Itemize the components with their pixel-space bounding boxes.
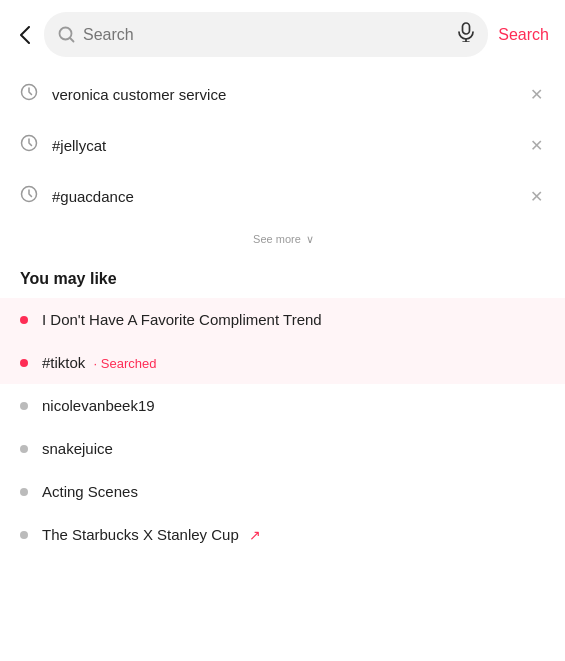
dot-icon xyxy=(20,531,28,539)
suggestion-item[interactable]: snakejuice xyxy=(0,427,565,470)
see-more-button[interactable]: See more ∨ xyxy=(0,222,565,262)
clock-icon xyxy=(20,185,38,208)
back-button[interactable] xyxy=(16,22,34,48)
history-item-text: #guacdance xyxy=(52,188,514,205)
suggestion-list: I Don't Have A Favorite Compliment Trend… xyxy=(0,298,565,556)
suggestion-item[interactable]: #tiktok · Searched xyxy=(0,341,565,384)
suggestion-text: nicolevanbeek19 xyxy=(42,397,545,414)
history-item-text: veronica customer service xyxy=(52,86,514,103)
searched-badge: · Searched xyxy=(94,356,157,371)
suggestion-main-text: The Starbucks X Stanley Cup xyxy=(42,526,239,543)
suggestion-item[interactable]: I Don't Have A Favorite Compliment Trend xyxy=(0,298,565,341)
remove-history-button[interactable]: ✕ xyxy=(528,185,545,208)
history-item[interactable]: veronica customer service ✕ xyxy=(0,69,565,120)
dot-icon xyxy=(20,402,28,410)
see-more-label: See more xyxy=(253,233,301,245)
suggestion-item[interactable]: Acting Scenes xyxy=(0,470,565,513)
dot-icon xyxy=(20,359,28,367)
search-input[interactable] xyxy=(83,26,450,44)
suggestions-section: You may like I Don't Have A Favorite Com… xyxy=(0,262,565,556)
suggestion-main-text: #tiktok xyxy=(42,354,85,371)
history-item[interactable]: #jellycat ✕ xyxy=(0,120,565,171)
suggestion-text: The Starbucks X Stanley Cup ↗ xyxy=(42,526,545,543)
search-button[interactable]: Search xyxy=(498,26,549,44)
dot-icon xyxy=(20,316,28,324)
remove-history-button[interactable]: ✕ xyxy=(528,134,545,157)
chevron-down-icon: ∨ xyxy=(303,233,314,245)
header: Search xyxy=(0,0,565,69)
remove-history-button[interactable]: ✕ xyxy=(528,83,545,106)
svg-rect-1 xyxy=(463,23,470,34)
suggestion-text: snakejuice xyxy=(42,440,545,457)
suggestion-item[interactable]: The Starbucks X Stanley Cup ↗ xyxy=(0,513,565,556)
microphone-icon[interactable] xyxy=(458,22,474,47)
history-item[interactable]: #guacdance ✕ xyxy=(0,171,565,222)
suggestion-item[interactable]: nicolevanbeek19 xyxy=(0,384,565,427)
history-item-text: #jellycat xyxy=(52,137,514,154)
trending-icon: ↗ xyxy=(249,527,261,543)
search-bar[interactable] xyxy=(44,12,488,57)
suggestion-text: I Don't Have A Favorite Compliment Trend xyxy=(42,311,545,328)
dot-icon xyxy=(20,488,28,496)
dot-icon xyxy=(20,445,28,453)
clock-icon xyxy=(20,83,38,106)
clock-icon xyxy=(20,134,38,157)
suggestion-text: #tiktok · Searched xyxy=(42,354,545,371)
history-list: veronica customer service ✕ #jellycat ✕ … xyxy=(0,69,565,222)
suggestion-text: Acting Scenes xyxy=(42,483,545,500)
section-title: You may like xyxy=(0,262,565,298)
search-icon xyxy=(58,26,75,43)
